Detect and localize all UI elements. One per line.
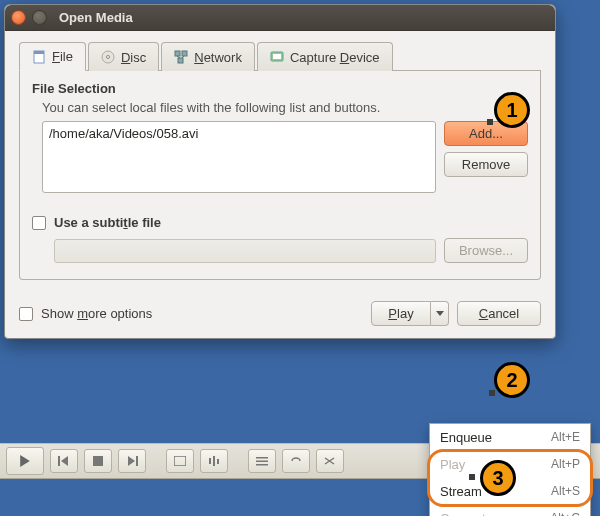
subtitle-checkbox[interactable] xyxy=(32,216,46,230)
browse-button: Browse... xyxy=(444,238,528,263)
svg-rect-11 xyxy=(256,461,268,463)
titlebar: Open Media xyxy=(5,5,555,31)
next-button[interactable] xyxy=(118,449,146,473)
loop-button[interactable] xyxy=(282,449,310,473)
settings-button[interactable] xyxy=(200,449,228,473)
svg-point-16 xyxy=(106,56,109,59)
svg-rect-19 xyxy=(178,58,183,63)
tab-network[interactable]: Network xyxy=(161,42,255,71)
svg-rect-7 xyxy=(209,458,211,464)
tab-file[interactable]: File xyxy=(19,42,86,71)
window-title: Open Media xyxy=(59,10,133,25)
show-more-label: Show more options xyxy=(41,306,152,321)
svg-marker-0 xyxy=(20,455,30,467)
tab-disc[interactable]: Disc xyxy=(88,42,159,71)
svg-marker-24 xyxy=(492,393,495,396)
file-list[interactable]: /home/aka/Videos/058.avi xyxy=(42,121,436,193)
subtitle-label: Use a subtitle file xyxy=(54,215,161,230)
fullscreen-button[interactable] xyxy=(166,449,194,473)
svg-marker-4 xyxy=(128,456,135,466)
network-icon xyxy=(174,50,188,64)
svg-rect-21 xyxy=(273,54,281,59)
callout-1: 1 xyxy=(494,92,530,128)
callout-2: 2 xyxy=(494,362,530,398)
remove-button[interactable]: Remove xyxy=(444,152,528,177)
svg-rect-3 xyxy=(93,456,103,466)
show-more-checkbox[interactable] xyxy=(19,307,33,321)
callout-3: 3 xyxy=(480,460,516,496)
prev-button[interactable] xyxy=(50,449,78,473)
playlist-button[interactable] xyxy=(248,449,276,473)
svg-rect-1 xyxy=(58,456,60,466)
stop-button[interactable] xyxy=(84,449,112,473)
dd-item-enqueue[interactable]: EnqueueAlt+E xyxy=(430,424,590,451)
close-icon[interactable] xyxy=(11,10,26,25)
callout-3-tail xyxy=(469,474,475,480)
svg-marker-2 xyxy=(61,456,68,466)
svg-rect-12 xyxy=(256,464,268,466)
play-split-button: Play xyxy=(371,301,449,326)
callout-1-tail xyxy=(487,119,493,125)
svg-rect-9 xyxy=(217,459,219,464)
cancel-button[interactable]: Cancel xyxy=(457,301,541,326)
minimize-icon[interactable] xyxy=(32,10,47,25)
dialog-footer: Show more options Play Cancel xyxy=(5,293,555,338)
open-media-dialog: Open Media File Disc Network xyxy=(4,4,556,339)
svg-rect-17 xyxy=(175,51,180,56)
svg-rect-18 xyxy=(182,51,187,56)
shuffle-button[interactable] xyxy=(316,449,344,473)
chevron-down-icon xyxy=(436,311,444,317)
svg-rect-14 xyxy=(34,51,44,54)
file-list-item[interactable]: /home/aka/Videos/058.avi xyxy=(49,126,429,141)
tab-bar: File Disc Network Capture Device xyxy=(19,41,541,71)
capture-icon xyxy=(270,50,284,64)
svg-marker-22 xyxy=(436,311,444,316)
svg-marker-25 xyxy=(472,477,475,480)
play-dropdown-toggle[interactable] xyxy=(431,301,449,326)
svg-rect-10 xyxy=(256,457,268,459)
svg-marker-23 xyxy=(490,122,493,125)
play-button[interactable] xyxy=(6,447,44,475)
svg-rect-6 xyxy=(174,456,186,466)
svg-rect-5 xyxy=(136,456,138,466)
section-title: File Selection xyxy=(32,81,528,96)
file-panel: File Selection You can select local file… xyxy=(19,71,541,280)
dd-item-convert[interactable]: ConvertAlt+C xyxy=(430,505,590,516)
play-button-main[interactable]: Play xyxy=(371,301,431,326)
tab-capture[interactable]: Capture Device xyxy=(257,42,393,71)
svg-rect-8 xyxy=(213,456,215,466)
callout-2-tail xyxy=(489,390,495,396)
subtitle-input xyxy=(54,239,436,263)
disc-icon xyxy=(101,50,115,64)
section-hint: You can select local files with the foll… xyxy=(42,100,528,115)
file-icon xyxy=(32,50,46,64)
